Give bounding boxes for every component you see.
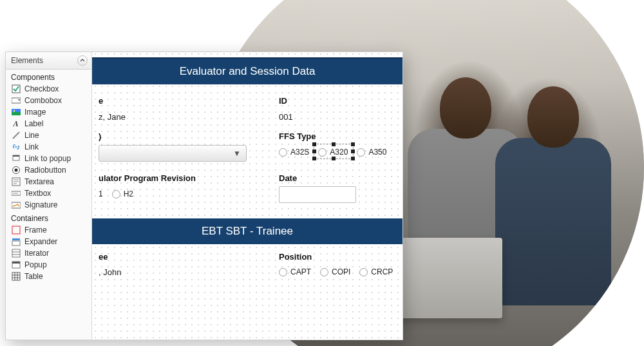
ffs-option-a32s[interactable]: A32S <box>279 148 309 157</box>
selection-box[interactable] <box>314 144 354 159</box>
component-label: Link <box>24 142 39 151</box>
component-link[interactable]: Link <box>6 141 91 153</box>
component-textarea[interactable]: Textarea <box>6 176 91 187</box>
component-label: Combobox <box>24 96 62 105</box>
position-copi[interactable]: COPI <box>320 267 350 276</box>
component-link-to-popup[interactable]: Link to popup <box>6 153 91 164</box>
combobox-icon <box>11 96 21 105</box>
component-label: Frame <box>24 226 47 235</box>
table-icon <box>11 272 21 281</box>
form-designer-window: Elements Components Checkbox Combobox Im… <box>5 52 403 340</box>
component-label: Image <box>24 108 46 117</box>
group-components-label: Components <box>6 70 91 83</box>
resize-handle[interactable] <box>351 149 355 153</box>
radiobutton-icon <box>11 166 21 175</box>
svg-point-4 <box>13 110 15 112</box>
container-expander[interactable]: Expander <box>6 236 91 247</box>
person-right <box>495 80 611 312</box>
svg-rect-20 <box>12 249 20 257</box>
elements-sidebar: Elements Components Checkbox Combobox Im… <box>6 52 92 340</box>
popup-icon <box>11 260 21 269</box>
svg-rect-25 <box>12 273 20 280</box>
container-frame[interactable]: Frame <box>6 224 91 236</box>
banner-trainee[interactable]: EBT SBT - Trainee <box>92 218 402 244</box>
sidebar-header[interactable]: Elements <box>6 52 91 70</box>
svg-rect-18 <box>12 238 20 240</box>
design-canvas[interactable]: Evaluator and Session Data e z, Jane ID … <box>92 52 402 340</box>
component-label: Label <box>24 119 43 128</box>
trainee-label[interactable]: ee <box>99 252 108 262</box>
resize-handle[interactable] <box>332 142 336 146</box>
banner-evaluator[interactable]: Evaluator and Session Data <box>92 57 402 84</box>
program-revision-radiogroup: 1 H2 <box>99 189 133 198</box>
svg-rect-3 <box>12 112 21 115</box>
component-label: Signature <box>24 200 57 209</box>
signature-icon <box>11 200 21 209</box>
component-checkbox[interactable]: Checkbox <box>6 83 91 95</box>
component-radiobutton[interactable]: Radiobutton <box>6 164 91 176</box>
component-label: Iterator <box>24 249 49 258</box>
svg-line-5 <box>13 132 19 139</box>
svg-point-9 <box>14 169 17 172</box>
frame-icon <box>11 226 21 235</box>
component-label: Radiobutton <box>24 166 66 175</box>
component-label: Line <box>24 131 39 140</box>
label-icon: A <box>11 119 21 128</box>
component-label: Textbox <box>24 189 51 198</box>
component-label[interactable]: A Label <box>6 118 91 130</box>
container-popup[interactable]: Popup <box>6 259 91 271</box>
position-label[interactable]: Position <box>279 252 312 262</box>
trainee-value[interactable]: , John <box>99 267 121 277</box>
position-radiogroup: CAPT COPI CRCP <box>279 267 393 276</box>
iterator-icon <box>11 249 21 258</box>
evaluator-name-label[interactable]: e <box>99 96 103 106</box>
svg-rect-19 <box>12 241 20 245</box>
component-label: Expander <box>24 237 57 246</box>
sidebar-header-label: Elements <box>11 56 43 65</box>
container-iterator[interactable]: Iterator <box>6 247 91 259</box>
component-label: Textarea <box>24 177 54 186</box>
component-label: Checkbox <box>24 84 59 93</box>
link-to-popup-icon <box>11 154 21 163</box>
component-label: Popup <box>24 260 47 269</box>
group-containers-label: Containers <box>6 211 91 224</box>
svg-rect-17 <box>12 226 20 234</box>
sim-label[interactable]: ) <box>99 131 101 141</box>
component-image[interactable]: Image <box>6 106 91 118</box>
textbox-icon <box>11 189 21 198</box>
collapse-icon[interactable] <box>77 55 88 66</box>
resize-handle[interactable] <box>351 142 355 146</box>
id-label[interactable]: ID <box>279 96 287 106</box>
program-rev-option-h2[interactable]: H2 <box>112 189 133 198</box>
component-textbox[interactable]: Textbox <box>6 187 91 199</box>
component-signature[interactable]: Signature <box>6 199 91 211</box>
id-value[interactable]: 001 <box>279 112 293 122</box>
ffs-type-label[interactable]: FFS Type <box>279 131 316 141</box>
date-label[interactable]: Date <box>279 173 297 183</box>
resize-handle[interactable] <box>312 149 316 153</box>
component-combobox[interactable]: Combobox <box>6 95 91 106</box>
date-input[interactable] <box>279 186 356 203</box>
resize-handle[interactable] <box>312 142 316 146</box>
textarea-icon <box>11 177 21 186</box>
component-label: Table <box>24 272 43 281</box>
position-capt[interactable]: CAPT <box>279 267 311 276</box>
component-label: Link to popup <box>24 154 71 163</box>
evaluator-name-value[interactable]: z, Jane <box>99 112 126 122</box>
link-icon <box>11 142 21 151</box>
position-crcp[interactable]: CRCP <box>359 267 393 276</box>
resize-handle[interactable] <box>312 157 316 160</box>
chevron-down-icon: ▼ <box>233 149 241 158</box>
checkbox-icon <box>11 84 21 93</box>
svg-rect-24 <box>12 262 20 264</box>
ffs-option-a350[interactable]: A350 <box>357 148 386 157</box>
program-rev-option-1[interactable]: 1 <box>99 189 103 198</box>
sim-combobox[interactable]: ▼ <box>99 145 247 162</box>
image-icon <box>11 108 21 117</box>
container-table[interactable]: Table <box>6 271 91 282</box>
resize-handle[interactable] <box>351 157 355 160</box>
component-line[interactable]: Line <box>6 130 91 141</box>
program-revision-label[interactable]: ulator Program Revision <box>99 173 196 183</box>
line-icon <box>11 131 21 140</box>
resize-handle[interactable] <box>332 157 336 160</box>
